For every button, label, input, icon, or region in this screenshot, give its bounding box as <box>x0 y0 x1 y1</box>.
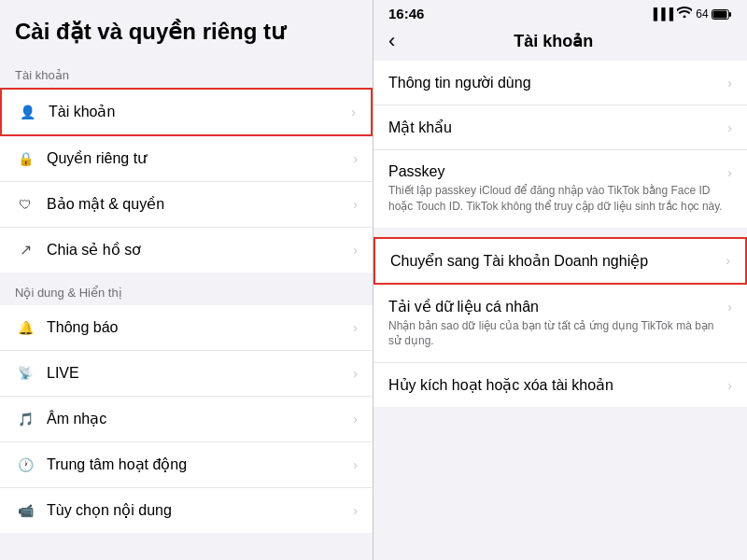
share-icon <box>15 240 35 260</box>
right-menu-item-tai-ve-du-lieu[interactable]: Tải về dữ liệu cá nhân Nhận bản sao dữ l… <box>374 285 747 364</box>
right-menu-title-thong-tin: Thông tin người dùng <box>388 74 727 91</box>
status-icons: ▐▐▐ 64 <box>650 7 732 21</box>
right-panel: 16:46 ▐▐▐ 64 ‹ Tài khoản <box>374 0 747 560</box>
menu-item-tuy-chon-noi-dung[interactable]: Tùy chọn nội dung › <box>0 488 373 533</box>
svg-rect-2 <box>729 12 731 17</box>
chevron-icon: › <box>727 165 732 180</box>
right-menu-item-mat-khau[interactable]: Mật khẩu › <box>374 105 747 150</box>
menu-text-tai-khoan: Tài khoản <box>49 103 351 120</box>
status-time: 16:46 <box>388 6 424 21</box>
menu-item-am-nhac[interactable]: Âm nhạc › <box>0 397 373 442</box>
right-menu-group: Thông tin người dùng › Mật khẩu › Passke… <box>374 61 747 228</box>
chevron-icon: › <box>353 366 358 381</box>
menu-item-bao-mat[interactable]: Bảo mật & quyền › <box>0 182 373 228</box>
menu-text-tuy-chon-noi-dung: Tùy chọn nội dung <box>47 501 353 519</box>
chevron-icon: › <box>351 105 356 119</box>
chevron-icon: › <box>353 320 358 335</box>
chevron-icon: › <box>353 243 358 258</box>
right-header: ‹ Tài khoản <box>374 23 747 61</box>
right-menu-text: Tải về dữ liệu cá nhân Nhận bản sao dữ l… <box>388 298 727 350</box>
chevron-icon: › <box>353 197 358 212</box>
right-menu-title-chuyen-sang: Chuyển sang Tài khoản Doanh nghiệp <box>390 252 726 270</box>
menu-item-thong-bao[interactable]: Thông báo › <box>0 305 373 351</box>
battery-icon: 64 <box>696 7 732 21</box>
status-bar: 16:46 ▐▐▐ 64 <box>374 0 747 23</box>
menu-group-tai-khoan: Tài khoản › Quyền riêng tư › Bảo mật & q… <box>0 88 373 273</box>
section-label-noi-dung: Nội dung & Hiển thị <box>0 273 373 305</box>
right-menu-group-2: Chuyển sang Tài khoản Doanh nghiệp › Tải… <box>374 237 747 408</box>
video-icon <box>15 500 35 521</box>
right-menu-text: Chuyển sang Tài khoản Doanh nghiệp <box>390 252 726 270</box>
signal-icon: ▐▐▐ <box>650 7 674 21</box>
live-icon <box>15 363 35 384</box>
menu-text-chia-se-ho-so: Chia sẻ hồ sơ <box>47 241 353 259</box>
right-menu-item-chuyen-sang-doanh-nghiep[interactable]: Chuyển sang Tài khoản Doanh nghiệp › <box>374 237 747 285</box>
menu-text-live: LIVE <box>47 365 353 382</box>
right-menu-title-passkey: Passkey <box>388 163 727 180</box>
chevron-icon: › <box>353 151 358 166</box>
wifi-icon <box>677 7 692 21</box>
right-menu-title-mat-khau: Mật khẩu <box>388 119 727 136</box>
user-icon <box>17 102 37 122</box>
section-gap <box>374 228 747 237</box>
menu-item-quyen-rieng-tu[interactable]: Quyền riêng tư › <box>0 136 373 182</box>
left-title: Cài đặt và quyền riêng tư <box>15 19 358 46</box>
svg-rect-1 <box>713 10 727 18</box>
bell-icon <box>15 317 35 338</box>
menu-text-am-nhac: Âm nhạc <box>47 410 353 427</box>
right-menu-subtitle-passkey: Thiết lập passkey iCloud để đăng nhập và… <box>388 183 727 215</box>
right-menu-item-thong-tin-nguoi-dung[interactable]: Thông tin người dùng › <box>374 61 747 105</box>
chevron-icon: › <box>353 412 358 427</box>
right-menu-title-huy: Hủy kích hoạt hoặc xóa tài khoản <box>388 376 727 394</box>
chevron-icon: › <box>727 378 732 393</box>
menu-item-tai-khoan[interactable]: Tài khoản › <box>0 88 373 136</box>
back-button[interactable]: ‹ <box>388 31 395 51</box>
chevron-icon: › <box>727 300 732 315</box>
music-icon <box>15 409 35 429</box>
menu-item-live[interactable]: LIVE › <box>0 351 373 397</box>
right-menu-item-huy-kich-hoat[interactable]: Hủy kích hoạt hoặc xóa tài khoản › <box>374 363 747 407</box>
chevron-icon: › <box>727 76 732 91</box>
menu-text-quyen-rieng-tu: Quyền riêng tư <box>47 149 353 167</box>
menu-item-chia-se-ho-so[interactable]: Chia sẻ hồ sơ › <box>0 228 373 273</box>
menu-text-bao-mat: Bảo mật & quyền <box>47 195 353 213</box>
chevron-icon: › <box>726 253 730 268</box>
chevron-icon: › <box>353 503 358 518</box>
left-header: Cài đặt và quyền riêng tư <box>0 0 373 55</box>
menu-text-trung-tam-hoat-dong: Trung tâm hoạt động <box>47 455 353 473</box>
right-menu-text: Passkey Thiết lập passkey iCloud để đăng… <box>388 163 727 215</box>
clock-icon <box>15 455 35 475</box>
menu-text-thong-bao: Thông báo <box>47 319 353 336</box>
lock-icon <box>15 148 35 169</box>
shield-icon <box>15 194 35 215</box>
right-menu-subtitle-tai-ve: Nhận bản sao dữ liệu của bạn từ tất cả ứ… <box>388 318 727 350</box>
right-menu-text: Hủy kích hoạt hoặc xóa tài khoản <box>388 376 727 394</box>
left-panel: Cài đặt và quyền riêng tư Tài khoản Tài … <box>0 0 374 560</box>
right-menu-text: Thông tin người dùng <box>388 74 727 91</box>
right-menu-item-passkey[interactable]: Passkey Thiết lập passkey iCloud để đăng… <box>374 150 747 228</box>
right-menu-title-tai-ve: Tải về dữ liệu cá nhân <box>388 298 727 315</box>
section-label-tai-khoan: Tài khoản <box>0 55 373 88</box>
chevron-icon: › <box>727 120 732 135</box>
right-menu-text: Mật khẩu <box>388 119 727 136</box>
chevron-icon: › <box>353 457 358 472</box>
menu-item-trung-tam-hoat-dong[interactable]: Trung tâm hoạt động › <box>0 442 373 488</box>
menu-group-noi-dung: Thông báo › LIVE › Âm nhạc › Trung tâm h… <box>0 305 373 533</box>
right-title: Tài khoản <box>402 31 704 51</box>
